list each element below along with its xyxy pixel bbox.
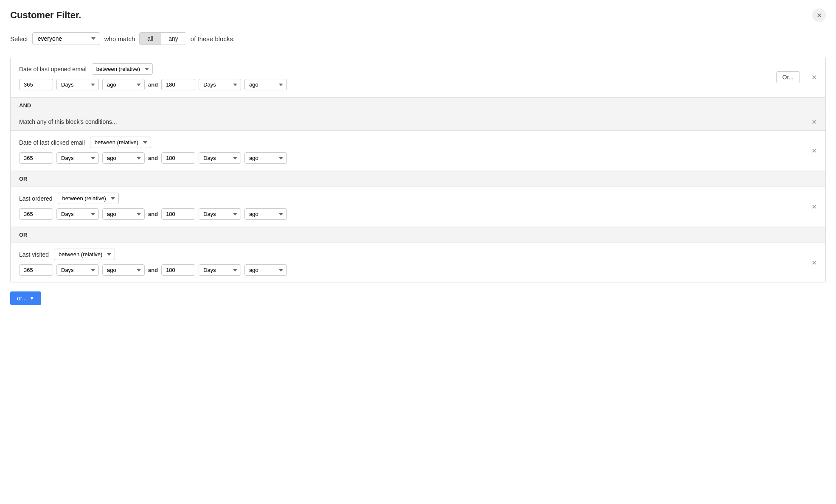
select-label: Select (10, 35, 28, 42)
block2-cond2-value2-input[interactable] (161, 208, 195, 220)
or-divider-2: OR (11, 227, 825, 243)
footer-row: or... ▼ (10, 283, 826, 305)
and-divider: AND (11, 98, 825, 113)
block2-cond3-remove-button[interactable]: ✕ (811, 259, 817, 267)
block2-cond2-type-select[interactable]: between (relative) before after (58, 193, 119, 204)
block2-cond3-value1-input[interactable] (19, 264, 53, 276)
block2-cond2-time2-select[interactable]: ago from now (244, 208, 287, 220)
block2-cond1-time2-select[interactable]: ago from now (244, 152, 287, 164)
block2-cond2-unit1-select[interactable]: Days Weeks Months (56, 208, 99, 220)
block2-cond3-value2-input[interactable] (161, 264, 195, 276)
block2-cond2-time1-select[interactable]: ago from now (102, 208, 145, 220)
who-match-label: who match (104, 35, 135, 42)
match-toggle: all any (139, 32, 186, 45)
page-title: Customer Filter. (10, 10, 81, 21)
footer-or-arrow: ▼ (29, 295, 34, 301)
block2-cond3-unit1-select[interactable]: Days Weeks Months (56, 264, 99, 276)
block-1: Date of last opened email between (relat… (10, 57, 826, 283)
block2-cond3-time2-select[interactable]: ago from now (244, 264, 287, 276)
block-1-condition-row: Date of last opened email between (relat… (11, 57, 825, 98)
block1-value1-input[interactable] (19, 79, 53, 90)
block2-header: Match any of this block's conditions... … (11, 113, 825, 131)
inner-block-2: Match any of this block's conditions... … (11, 113, 825, 283)
block2-cond3-unit2-select[interactable]: Days Weeks Months (199, 264, 241, 276)
block2-cond1-value2-input[interactable] (161, 152, 195, 164)
block2-cond1-remove-button[interactable]: ✕ (811, 147, 817, 155)
block2-cond1-label: Date of last clicked email (19, 139, 85, 146)
block2-cond2-label: Last ordered (19, 195, 53, 202)
block1-and-label: and (148, 81, 158, 88)
footer-or-label: or... (17, 295, 27, 302)
close-button[interactable]: ✕ (812, 8, 826, 22)
block1-remove-button[interactable]: ✕ (811, 73, 817, 81)
block2-condition-3: Last visited between (relative) before a… (11, 243, 825, 283)
block2-cond1-time1-select[interactable]: ago from now (102, 152, 145, 164)
block2-cond3-type-select[interactable]: between (relative) before after (54, 249, 115, 260)
block1-time1-select[interactable]: ago from now (102, 79, 145, 90)
block2-remove-button[interactable]: ✕ (811, 118, 817, 126)
block2-cond2-remove-button[interactable]: ✕ (811, 203, 817, 211)
block2-cond1-value1-input[interactable] (19, 152, 53, 164)
block1-or-button[interactable]: Or... (776, 71, 800, 83)
block2-cond3-label: Last visited (19, 251, 49, 258)
block2-condition-2: Last ordered between (relative) before a… (11, 187, 825, 227)
block2-condition-1: Date of last clicked email between (rela… (11, 131, 825, 171)
any-toggle-button[interactable]: any (161, 33, 186, 45)
block2-cond2-unit2-select[interactable]: Days Weeks Months (199, 208, 241, 220)
block1-time2-select[interactable]: ago from now (244, 79, 287, 90)
block2-cond2-value1-input[interactable] (19, 208, 53, 220)
block1-condition-type-select[interactable]: between (relative) before after exactly (92, 63, 153, 75)
block2-cond1-unit1-select[interactable]: Days Weeks Months (56, 152, 99, 164)
block2-cond2-and: and (148, 211, 158, 217)
block1-unit1-select[interactable]: Days Weeks Months (56, 79, 99, 90)
block1-value2-input[interactable] (161, 79, 195, 90)
all-toggle-button[interactable]: all (140, 33, 161, 45)
block1-condition-label: Date of last opened email (19, 66, 87, 73)
block2-cond3-time1-select[interactable]: ago from now (102, 264, 145, 276)
block2-cond1-type-select[interactable]: between (relative) before after (90, 137, 151, 148)
block2-cond1-unit2-select[interactable]: Days Weeks Months (199, 152, 241, 164)
block2-cond3-and: and (148, 267, 158, 273)
blocks-label: of these blocks: (191, 35, 235, 42)
block2-cond1-and: and (148, 155, 158, 161)
block1-unit2-select[interactable]: Days Weeks Months (199, 79, 241, 90)
footer-or-button[interactable]: or... ▼ (10, 291, 41, 305)
everyone-select[interactable]: everyonecontactscustomers (32, 32, 100, 45)
or-divider-1: OR (11, 171, 825, 187)
